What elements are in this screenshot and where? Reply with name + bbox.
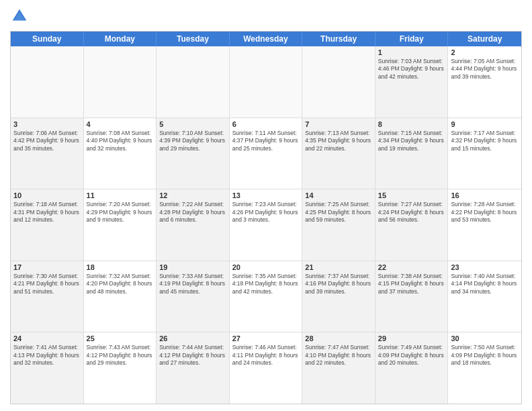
day-info: Sunrise: 7:35 AM Sunset: 4:18 PM Dayligh… xyxy=(232,273,300,295)
day-number: 7 xyxy=(305,120,372,128)
calendar-cell: 10Sunrise: 7:18 AM Sunset: 4:31 PM Dayli… xyxy=(11,189,84,261)
calendar-cell: 28Sunrise: 7:47 AM Sunset: 4:10 PM Dayli… xyxy=(302,332,375,404)
calendar-cell: 6Sunrise: 7:11 AM Sunset: 4:37 PM Daylig… xyxy=(230,118,303,189)
calendar-cell: 20Sunrise: 7:35 AM Sunset: 4:18 PM Dayli… xyxy=(230,261,303,332)
day-number: 26 xyxy=(159,334,226,342)
weekday-header: Friday xyxy=(375,32,449,46)
calendar-row: 1Sunrise: 7:03 AM Sunset: 4:46 PM Daylig… xyxy=(11,46,521,118)
calendar-cell: 22Sunrise: 7:38 AM Sunset: 4:15 PM Dayli… xyxy=(375,261,449,332)
day-info: Sunrise: 7:38 AM Sunset: 4:15 PM Dayligh… xyxy=(378,273,445,295)
calendar-row: 10Sunrise: 7:18 AM Sunset: 4:31 PM Dayli… xyxy=(11,189,521,261)
calendar-cell: 1Sunrise: 7:03 AM Sunset: 4:46 PM Daylig… xyxy=(375,46,449,118)
day-number: 17 xyxy=(13,263,81,271)
calendar-row: 24Sunrise: 7:41 AM Sunset: 4:13 PM Dayli… xyxy=(11,332,521,404)
day-number: 12 xyxy=(159,191,226,199)
day-number: 6 xyxy=(232,120,300,128)
day-number: 3 xyxy=(13,120,81,128)
day-info: Sunrise: 7:43 AM Sunset: 4:12 PM Dayligh… xyxy=(87,344,154,367)
day-info: Sunrise: 7:20 AM Sunset: 4:29 PM Dayligh… xyxy=(87,201,154,224)
day-number: 30 xyxy=(451,334,519,342)
day-number: 24 xyxy=(13,334,81,342)
day-number: 22 xyxy=(378,263,445,271)
calendar-cell: 9Sunrise: 7:17 AM Sunset: 4:32 PM Daylig… xyxy=(448,118,521,189)
day-info: Sunrise: 7:18 AM Sunset: 4:31 PM Dayligh… xyxy=(13,201,81,224)
day-info: Sunrise: 7:46 AM Sunset: 4:11 PM Dayligh… xyxy=(232,344,300,367)
day-info: Sunrise: 7:05 AM Sunset: 4:44 PM Dayligh… xyxy=(451,58,519,81)
day-info: Sunrise: 7:41 AM Sunset: 4:13 PM Dayligh… xyxy=(13,344,81,367)
calendar-cell: 19Sunrise: 7:33 AM Sunset: 4:19 PM Dayli… xyxy=(157,261,230,332)
day-number: 11 xyxy=(87,191,154,199)
day-info: Sunrise: 7:33 AM Sunset: 4:19 PM Dayligh… xyxy=(159,273,226,295)
day-info: Sunrise: 7:08 AM Sunset: 4:40 PM Dayligh… xyxy=(87,130,154,152)
calendar-cell: 8Sunrise: 7:15 AM Sunset: 4:34 PM Daylig… xyxy=(375,118,449,189)
calendar-cell: 17Sunrise: 7:30 AM Sunset: 4:21 PM Dayli… xyxy=(11,261,84,332)
calendar-cell: 23Sunrise: 7:40 AM Sunset: 4:14 PM Dayli… xyxy=(448,261,521,332)
day-number: 1 xyxy=(378,48,445,56)
day-number: 25 xyxy=(87,334,154,342)
weekday-header: Sunday xyxy=(11,32,84,46)
calendar-cell: 11Sunrise: 7:20 AM Sunset: 4:29 PM Dayli… xyxy=(84,189,157,261)
weekday-header: Saturday xyxy=(448,32,521,46)
calendar-cell xyxy=(230,46,303,118)
day-number: 28 xyxy=(305,334,372,342)
day-info: Sunrise: 7:22 AM Sunset: 4:28 PM Dayligh… xyxy=(159,201,226,224)
calendar-cell xyxy=(84,46,157,118)
day-info: Sunrise: 7:50 AM Sunset: 4:09 PM Dayligh… xyxy=(451,344,519,367)
calendar-cell: 13Sunrise: 7:23 AM Sunset: 4:26 PM Dayli… xyxy=(230,189,303,261)
day-info: Sunrise: 7:13 AM Sunset: 4:35 PM Dayligh… xyxy=(305,130,372,152)
weekday-header: Wednesday xyxy=(230,32,303,46)
calendar-row: 3Sunrise: 7:06 AM Sunset: 4:42 PM Daylig… xyxy=(11,118,521,190)
day-info: Sunrise: 7:06 AM Sunset: 4:42 PM Dayligh… xyxy=(13,130,81,152)
day-info: Sunrise: 7:47 AM Sunset: 4:10 PM Dayligh… xyxy=(305,344,372,367)
day-number: 29 xyxy=(378,334,445,342)
weekday-header: Thursday xyxy=(302,32,375,46)
day-info: Sunrise: 7:27 AM Sunset: 4:24 PM Dayligh… xyxy=(378,201,445,224)
calendar-cell: 24Sunrise: 7:41 AM Sunset: 4:13 PM Dayli… xyxy=(11,332,84,404)
day-info: Sunrise: 7:28 AM Sunset: 4:22 PM Dayligh… xyxy=(451,201,519,224)
day-info: Sunrise: 7:30 AM Sunset: 4:21 PM Dayligh… xyxy=(13,273,81,295)
calendar-cell: 15Sunrise: 7:27 AM Sunset: 4:24 PM Dayli… xyxy=(375,189,449,261)
page: SundayMondayTuesdayWednesdayThursdayFrid… xyxy=(0,0,532,411)
calendar-cell: 3Sunrise: 7:06 AM Sunset: 4:42 PM Daylig… xyxy=(11,118,84,189)
day-number: 2 xyxy=(451,48,519,56)
day-number: 4 xyxy=(87,120,154,128)
day-number: 10 xyxy=(13,191,81,199)
day-info: Sunrise: 7:44 AM Sunset: 4:12 PM Dayligh… xyxy=(159,344,226,367)
day-number: 9 xyxy=(451,120,519,128)
calendar-cell: 5Sunrise: 7:10 AM Sunset: 4:39 PM Daylig… xyxy=(157,118,230,189)
day-info: Sunrise: 7:15 AM Sunset: 4:34 PM Dayligh… xyxy=(378,130,445,152)
day-info: Sunrise: 7:49 AM Sunset: 4:09 PM Dayligh… xyxy=(378,344,445,367)
day-info: Sunrise: 7:40 AM Sunset: 4:14 PM Dayligh… xyxy=(451,273,519,295)
calendar-cell: 30Sunrise: 7:50 AM Sunset: 4:09 PM Dayli… xyxy=(448,332,521,404)
calendar-cell: 2Sunrise: 7:05 AM Sunset: 4:44 PM Daylig… xyxy=(448,46,521,118)
header xyxy=(10,7,522,26)
day-number: 5 xyxy=(159,120,226,128)
day-number: 27 xyxy=(232,334,300,342)
day-number: 23 xyxy=(451,263,519,271)
calendar-cell xyxy=(11,46,84,118)
calendar-body: 1Sunrise: 7:03 AM Sunset: 4:46 PM Daylig… xyxy=(11,46,521,404)
day-number: 8 xyxy=(378,120,445,128)
day-info: Sunrise: 7:25 AM Sunset: 4:25 PM Dayligh… xyxy=(305,201,372,224)
day-number: 20 xyxy=(232,263,300,271)
day-number: 13 xyxy=(232,191,300,199)
day-info: Sunrise: 7:11 AM Sunset: 4:37 PM Dayligh… xyxy=(232,130,300,152)
calendar-cell: 26Sunrise: 7:44 AM Sunset: 4:12 PM Dayli… xyxy=(157,332,230,404)
logo-icon xyxy=(10,7,29,26)
calendar-cell: 21Sunrise: 7:37 AM Sunset: 4:16 PM Dayli… xyxy=(302,261,375,332)
calendar-cell: 25Sunrise: 7:43 AM Sunset: 4:12 PM Dayli… xyxy=(84,332,157,404)
calendar-cell: 14Sunrise: 7:25 AM Sunset: 4:25 PM Dayli… xyxy=(302,189,375,261)
calendar-header: SundayMondayTuesdayWednesdayThursdayFrid… xyxy=(11,32,521,46)
weekday-header: Tuesday xyxy=(157,32,230,46)
day-number: 21 xyxy=(305,263,372,271)
calendar-cell: 16Sunrise: 7:28 AM Sunset: 4:22 PM Dayli… xyxy=(448,189,521,261)
day-number: 16 xyxy=(451,191,519,199)
day-info: Sunrise: 7:37 AM Sunset: 4:16 PM Dayligh… xyxy=(305,273,372,295)
day-info: Sunrise: 7:17 AM Sunset: 4:32 PM Dayligh… xyxy=(451,130,519,152)
day-info: Sunrise: 7:23 AM Sunset: 4:26 PM Dayligh… xyxy=(232,201,300,224)
day-info: Sunrise: 7:10 AM Sunset: 4:39 PM Dayligh… xyxy=(159,130,226,152)
calendar: SundayMondayTuesdayWednesdayThursdayFrid… xyxy=(10,31,522,404)
calendar-cell: 7Sunrise: 7:13 AM Sunset: 4:35 PM Daylig… xyxy=(302,118,375,189)
day-number: 15 xyxy=(378,191,445,199)
calendar-cell xyxy=(157,46,230,118)
